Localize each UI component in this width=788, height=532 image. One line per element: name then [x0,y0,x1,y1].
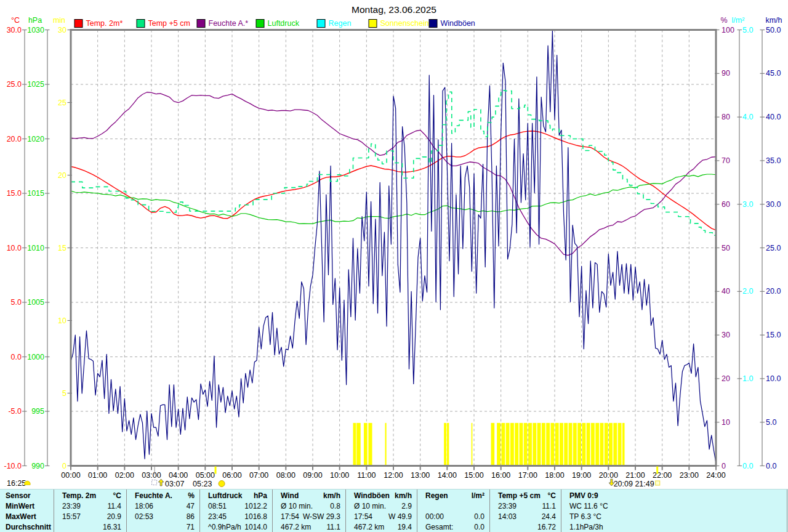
sunshine-bar-31 [591,423,595,465]
chart-area: Temp. 2m*Temp +5 cmFeuchte A.*LuftdruckR… [0,0,788,489]
table-cell-r3-c7-value: 16.72 [537,522,556,532]
x-label-13: 13:00 [411,471,430,480]
table-cell-r3-c4-value: 11.1 [327,522,340,532]
axis-label-%-7: 30 [722,331,730,339]
sunshine-bar-21 [546,423,550,465]
axis-label-%-9: 10 [722,418,730,427]
axis-label-°C-7: -5.0 [8,407,22,416]
axis-label-°C-8: -10.0 [4,462,22,470]
sunshine-bar-1 [353,423,356,465]
axis-header-hPa: hPa [28,16,42,25]
legend-label-5: Regen [329,19,352,28]
axis-label-%-0: 100 [722,26,734,34]
sunshine-bar-9 [491,423,495,465]
axis-label-km/h-4: 30.0 [766,200,781,209]
axis-label-%-10: 0 [722,462,726,470]
axis-label-min-5: 5 [62,389,66,398]
table-cell-r2-c7-label: 14:03 [498,512,517,522]
table-header-windb-en-value: km/h [395,491,412,501]
axis-label-km/h-8: 10.0 [766,374,781,383]
x-label-18: 18:00 [545,471,564,480]
table-cell-r1-c1: 23:3911.4 [62,501,121,511]
series-temp-2m [71,131,716,230]
table-separator-3 [199,490,200,532]
table-row-label-maxwert: MaxWert [6,512,58,522]
axis-label-min-3: 15 [58,244,66,252]
table-header-windb-en: Windböenkm/h [354,491,412,501]
x-label-10: 10:00 [330,471,349,480]
x-label-6: 06:00 [222,471,241,480]
sunshine-bar-25 [564,423,568,465]
axis-label-°C-4: 10.0 [7,244,22,252]
table-row-label-durchschnitt: Durchschnitt [6,522,58,532]
legend-label-2: Temp +5 cm [148,19,190,28]
table-cell-r2-c8-label: TP 6.3 °C [569,512,601,522]
sunshine-bar-28 [577,423,581,465]
table-cell-r3-c2-value: 71 [187,522,195,532]
axis-label-hPa-7: 995 [31,407,44,416]
legend-label-3: Feuchte A.* [209,19,249,28]
axis-label-l/m²-0: 5.0 [742,26,753,34]
moonrise-arrow-icon [158,479,164,486]
table-separator-4 [272,490,273,532]
table-header-temp-2m-label: Temp. 2m [62,491,96,501]
table-cell-r3-c6-label: Gesamt: [425,522,453,532]
table-cell-r3-c6: Gesamt:0.0 [425,522,484,532]
sunshine-bar-16 [524,423,528,465]
table-cell-r3-c8-label: 1.1hPa/3h [569,522,603,532]
table-cell-r3-c8: 1.1hPa/3h [569,522,782,532]
axis-label-hPa-6: 1000 [27,353,44,361]
table-header-feuchte-a--value: % [188,491,195,501]
table-cell-r1-c4: Ø 10 min.0.8 [281,501,340,511]
x-label-11: 11:00 [357,471,376,480]
sunshine-bar-26 [569,423,573,465]
table-cell-r1-c3-value: 1012.2 [244,501,267,511]
axis-label-l/m²-1: 4.0 [742,113,753,121]
axis-label-%-8: 20 [722,374,730,383]
axis-label-min-6: 0 [62,462,66,470]
table-header-temp-5-cm-label: Temp +5 cm [498,491,541,501]
x-label-0: 00:00 [61,471,80,480]
axis-label-km/h-7: 15.0 [766,331,781,339]
axis-header-min: min [53,16,65,25]
axis-label-%-5: 50 [722,244,730,252]
x-label-23: 23:00 [680,471,699,480]
sunset-sun-icon [656,481,660,485]
axis-label-hPa-4: 1010 [27,244,44,252]
sunshine-bar-33 [600,423,604,465]
table-cell-r3-c6-value: 0.0 [474,522,484,532]
table-cell-r3-c4: 467.2 km11.1 [281,522,340,532]
table-cell-r2-c7-value: 24.4 [542,512,556,522]
legend-swatch-7 [429,20,437,28]
sunshine-bar-19 [537,423,541,465]
table-cell-r3-c7: 16.72 [498,522,556,532]
legend-label-6: Sonnenschein [380,19,429,28]
sunshine-bar-35 [609,423,613,465]
table-header-temp-5-cm-value: °C [548,491,556,501]
axis-label-min-4: 10 [58,316,66,325]
table-cell-r2-c1-label: 15:57 [62,512,81,522]
table-cell-r1-c5: Ø 10 min.2.9 [354,501,412,511]
sunshine-bar-4 [368,423,372,465]
table-cell-r2-c4-value: W-SW 29.3 [303,512,340,522]
table-header-feuchte-a--label: Feuchte A. [135,491,172,501]
axis-label-hPa-5: 1005 [27,298,44,307]
sunshine-bar-13 [510,423,514,465]
axis-label-°C-2: 20.0 [7,135,22,143]
table-cell-r2-c4: 17:54W-SW 29.3 [281,512,340,522]
sunshine-bar-18 [533,423,536,465]
sunshine-bar-30 [587,423,590,465]
table-cell-r2-c2: 02:5386 [135,512,195,522]
table-cell-r2-c2-value: 86 [187,512,195,522]
table-cell-r2-c7: 14:0324.4 [498,512,556,522]
axis-header-°C: °C [11,16,20,25]
table-cell-r2-c3: 23:451016.8 [208,512,267,522]
table-header-wind-value: km/h [323,491,340,501]
axis-label-km/h-1: 45.0 [766,69,781,78]
weather-day-chart: Temp. 2m*Temp +5 cmFeuchte A.*LuftdruckR… [0,0,788,489]
table-row-label-minwert: MinWert [6,501,58,511]
sunshine-bar-12 [506,423,510,465]
moonset-sunset-times-label: 20:09 21:49 [614,480,654,488]
weather-station-day-report: {"title":"Montag, 23.06.2025","legend":[… [0,0,788,532]
sunshine-bar-23 [555,423,559,465]
